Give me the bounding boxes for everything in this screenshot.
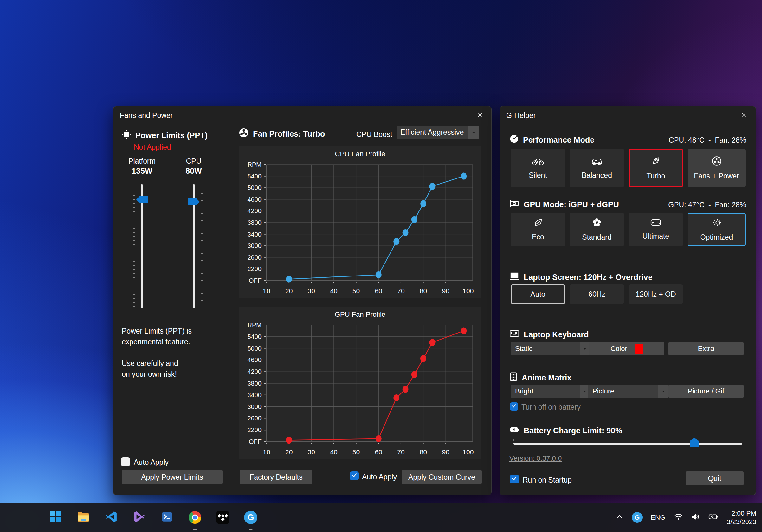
cpu-boost-dropdown[interactable]: Efficient Aggressive [397, 126, 471, 138]
svg-text:4200: 4200 [248, 207, 262, 214]
perf-mode-fans-power-button[interactable]: Fans + Power [688, 149, 745, 188]
svg-text:RPM: RPM [248, 322, 262, 329]
tray-chevron-up-icon[interactable] [616, 514, 624, 521]
fan-curve-point[interactable] [429, 339, 435, 346]
fan-curve-point[interactable] [286, 436, 292, 443]
gpu-mode-optimized-button[interactable]: Optimized [688, 213, 745, 246]
apply-power-limits-button[interactable]: Apply Power Limits [122, 470, 222, 484]
screen-120hz-od-button[interactable]: 120Hz + OD [629, 284, 683, 304]
keyboard-color-button[interactable]: Color [589, 342, 664, 355]
factory-defaults-button[interactable]: Factory Defaults [240, 470, 312, 484]
gpu-fan-curve-chart[interactable]: RPM540050004600420038003400300026002200O… [239, 321, 482, 459]
terminal-button[interactable] [158, 508, 176, 527]
cpu-chart-title: CPU Fan Profile [239, 150, 482, 158]
screen-60hz-button[interactable]: 60Hz [570, 284, 624, 304]
matrix-battery-checkbox[interactable] [510, 402, 518, 411]
tidal-icon [216, 511, 229, 524]
perf-mode-balanced-button[interactable]: Balanced [570, 149, 624, 188]
svg-text:80: 80 [420, 287, 427, 294]
cpu-temp-fan-status: CPU: 48°C - Fan: 28% [669, 136, 746, 145]
auto-apply-power-checkbox[interactable] [121, 458, 130, 466]
gamepad-icon [650, 218, 661, 229]
perf-mode-silent-button[interactable]: Silent [511, 149, 565, 188]
svg-text:2600: 2600 [248, 254, 262, 261]
anime-matrix-icon [509, 372, 518, 383]
fan-curve-point[interactable] [376, 271, 382, 278]
matrix-brightness-dropdown[interactable]: Bright [511, 385, 590, 398]
auto-apply-curve-checkbox[interactable] [350, 472, 359, 480]
fan-curve-point[interactable] [429, 183, 435, 190]
screen-auto-button[interactable]: Auto [511, 284, 565, 304]
chevron-down-icon[interactable] [658, 385, 668, 398]
fan-curve-point[interactable] [412, 371, 418, 378]
fan-curve-point[interactable] [376, 435, 382, 442]
tray-g-helper-icon[interactable]: G [632, 512, 643, 523]
visual-studio-icon [133, 511, 145, 524]
chevron-down-icon[interactable] [580, 342, 590, 355]
fans-and-power-window: Fans and Power Power Limits (PPT) Not Ap… [113, 106, 492, 495]
battery-limit-heading: Battery Charge Limit: 90% [509, 425, 622, 436]
flower-icon [592, 217, 602, 230]
file-explorer-button[interactable] [74, 508, 93, 527]
close-icon [741, 112, 747, 119]
gpu-card-icon [509, 199, 519, 210]
battery-limit-slider[interactable] [513, 443, 742, 445]
svg-text:2200: 2200 [248, 426, 262, 433]
svg-text:2200: 2200 [248, 266, 262, 272]
gpu-fan-chart-panel: GPU Fan Profile RPM540050004600420038003… [239, 307, 482, 459]
perf-mode-turbo-button[interactable]: Turbo [629, 149, 683, 188]
fan-curve-point[interactable] [403, 229, 409, 236]
svg-text:3800: 3800 [248, 219, 262, 226]
fan-curve-point[interactable] [393, 238, 399, 245]
cpu-boost-dropdown-arrow[interactable] [468, 126, 479, 138]
fan-curve-point[interactable] [461, 173, 467, 180]
keyboard-extra-button[interactable]: Extra [668, 342, 744, 355]
fan-curve-point[interactable] [461, 327, 467, 334]
g-helper-button[interactable]: G [242, 508, 260, 527]
svg-text:50: 50 [352, 448, 360, 456]
fan-curve-point[interactable] [403, 386, 409, 393]
version-link[interactable]: Version: 0.37.0.0 [509, 454, 562, 463]
svg-text:90: 90 [442, 448, 449, 456]
cpu-slider-thumb[interactable] [188, 198, 200, 205]
svg-text:30: 30 [308, 448, 315, 456]
tray-clock[interactable]: 2:00 PM 3/23/2023 [727, 509, 756, 526]
chrome-button[interactable] [186, 508, 204, 527]
vscode-button[interactable] [102, 508, 120, 527]
cpu-slider-ticks [201, 187, 203, 309]
svg-text:10: 10 [263, 448, 270, 456]
keyboard-mode-dropdown[interactable]: Static [511, 342, 590, 355]
fan-curve-point[interactable] [393, 394, 399, 401]
matrix-picture-gif-button[interactable]: Picture / Gif [668, 385, 744, 398]
svg-text:20: 20 [285, 448, 293, 456]
platform-slider-thumb[interactable] [136, 196, 148, 203]
wifi-icon[interactable] [674, 513, 683, 522]
fan-curve-point[interactable] [286, 275, 292, 282]
svg-text:5400: 5400 [248, 173, 262, 180]
svg-text:100: 100 [462, 287, 474, 294]
gpu-mode-ultimate-button[interactable]: Ultimate [629, 213, 683, 246]
visual-studio-button[interactable] [130, 508, 148, 527]
start-button[interactable] [46, 508, 65, 527]
apply-custom-curve-button[interactable]: Apply Custom Curve [402, 470, 482, 484]
svg-text:40: 40 [330, 287, 337, 294]
gpu-mode-eco-button[interactable]: Eco [511, 213, 565, 246]
fan-curve-point[interactable] [412, 216, 418, 223]
tidal-button[interactable] [214, 508, 232, 527]
power-limits-heading: Power Limits (PPT) [122, 130, 208, 141]
volume-icon[interactable] [691, 513, 700, 522]
fan-curve-point[interactable] [420, 200, 426, 207]
cpu-fan-curve-chart[interactable]: RPM540050004600420038003400300026002200O… [239, 161, 482, 298]
run-on-startup-checkbox[interactable] [510, 475, 519, 484]
close-button[interactable] [737, 110, 751, 122]
fan-curve-point[interactable] [420, 355, 426, 362]
gpu-mode-standard-button[interactable]: Standard [570, 213, 624, 246]
matrix-content-dropdown[interactable]: Picture [588, 385, 668, 398]
not-applied-status: Not Applied [134, 143, 171, 152]
gpu-mode-heading: GPU Mode: iGPU + dGPU [509, 199, 619, 210]
chevron-down-icon [472, 129, 476, 135]
quit-button[interactable]: Quit [686, 472, 744, 486]
tray-language[interactable]: ENG [651, 514, 665, 521]
close-button[interactable] [473, 110, 487, 122]
battery-charging-icon[interactable] [709, 513, 719, 522]
